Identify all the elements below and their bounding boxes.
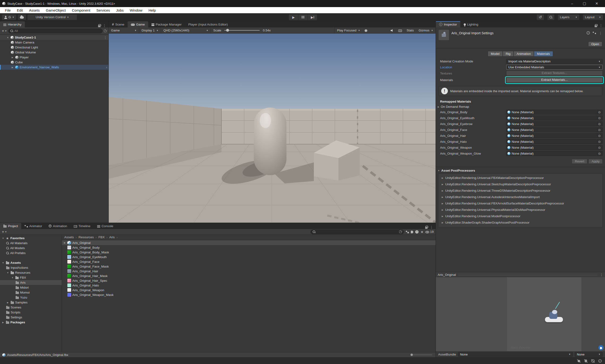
hierarchy-row[interactable]: Global Volume bbox=[0, 50, 108, 55]
breadcrumb-item[interactable]: FBX › bbox=[98, 235, 107, 239]
folder-row[interactable]: Scripts bbox=[0, 310, 62, 315]
object-picker-icon[interactable]: ⊙ bbox=[597, 128, 602, 132]
kebab-menu-icon[interactable]: ⋮ bbox=[430, 225, 433, 229]
menu-item[interactable]: Window bbox=[127, 7, 145, 13]
expand-arrow-icon[interactable]: ▼ bbox=[11, 276, 14, 279]
revert-button[interactable]: Revert bbox=[572, 159, 587, 164]
material-object-field[interactable]: None (Material) ⊙ bbox=[506, 151, 603, 156]
object-picker-icon[interactable]: ⊙ bbox=[597, 140, 602, 144]
search-by-type-icon[interactable] bbox=[406, 231, 409, 233]
material-creation-mode-dropdown[interactable]: Import via MaterialDescription ▼ bbox=[506, 59, 603, 64]
folder-row[interactable]: ▼ Assets bbox=[0, 260, 62, 265]
bottom-tab[interactable]: Timeline bbox=[70, 223, 94, 229]
asset-row[interactable]: Aris_Original_Face_Mask bbox=[62, 264, 436, 269]
tab-hierarchy[interactable]: Hierarchy bbox=[0, 21, 25, 27]
asset-row[interactable]: Aris_Original_Weapon bbox=[62, 288, 436, 292]
location-dropdown[interactable]: Use Embedded Materials ▼ bbox=[506, 65, 603, 70]
asset-row[interactable]: Aris_Original_Halo bbox=[62, 283, 436, 288]
bottom-tab[interactable]: Console bbox=[94, 223, 117, 229]
postprocessor-row[interactable]: ▶ UnityEditor.Rendering.Universal.Physic… bbox=[438, 207, 602, 213]
material-object-field[interactable]: None (Material) ⊙ bbox=[506, 139, 603, 144]
open-search-window-icon[interactable] bbox=[399, 231, 402, 233]
kebab-menu-icon[interactable]: ⋮ bbox=[103, 24, 106, 27]
pause-button[interactable] bbox=[298, 14, 308, 20]
favorites-filter-icon[interactable]: ★ bbox=[420, 230, 424, 234]
maximize-button[interactable]: ▢ bbox=[581, 1, 588, 6]
assetbundle-variant-dropdown[interactable]: None ▼ bbox=[575, 352, 603, 357]
mute-audio-button[interactable] bbox=[388, 27, 396, 33]
open-button[interactable]: Open bbox=[588, 42, 602, 47]
debugger-disabled-icon[interactable] bbox=[577, 359, 581, 363]
folder-row[interactable]: Midori bbox=[0, 285, 62, 290]
folder-row[interactable]: Scenes bbox=[0, 305, 62, 310]
asset-row[interactable]: Aris_Original_EyeMouth bbox=[62, 255, 436, 259]
inspector-tab[interactable]: Inspector bbox=[436, 21, 460, 27]
expand-arrow-icon[interactable]: ▶ bbox=[1, 321, 5, 324]
folder-row[interactable]: All Materials bbox=[0, 241, 62, 246]
expand-arrow-icon[interactable]: ▼ bbox=[1, 237, 5, 239]
mode-tab[interactable]: Animation bbox=[514, 51, 534, 56]
object-picker-icon[interactable]: ⊙ bbox=[597, 151, 602, 156]
on-demand-remap-foldout[interactable]: ▶ On Demand Remap bbox=[436, 104, 605, 109]
asset-postprocessors-foldout[interactable]: ▼ Asset PostProcessors bbox=[436, 167, 605, 173]
menu-item[interactable]: Component bbox=[69, 7, 93, 13]
scale-slider[interactable] bbox=[224, 30, 260, 31]
asset-labels-button[interactable] bbox=[598, 345, 604, 350]
postprocessor-row[interactable]: ▶ UnityEditor.Rendering.Universal.Sketch… bbox=[438, 181, 602, 187]
apply-button[interactable]: Apply bbox=[589, 159, 603, 164]
create-asset-button[interactable]: +▼ bbox=[2, 230, 7, 234]
breadcrumb-item[interactable]: Aris › bbox=[109, 235, 117, 239]
menu-item[interactable]: GameObject bbox=[43, 7, 69, 13]
viewport-tab[interactable]: Game bbox=[128, 21, 148, 27]
play-focused-dropdown[interactable]: Play Focused ▼ bbox=[335, 27, 362, 33]
postprocessor-row[interactable]: ▶ UnityEditor.Rendering.Universal.ThreeD… bbox=[438, 187, 602, 194]
postprocessor-row[interactable]: ▶ UnityEditor.Rendering.Universal.FBXMat… bbox=[438, 175, 602, 181]
folder-row[interactable]: InputActions bbox=[0, 265, 62, 270]
menu-item[interactable]: Edit bbox=[14, 7, 26, 13]
object-picker-icon[interactable]: ⊙ bbox=[597, 122, 602, 126]
vsync-button[interactable] bbox=[396, 27, 404, 33]
asset-row[interactable]: Aris_Original_Weapon_Mask bbox=[62, 292, 436, 297]
slider-knob[interactable] bbox=[411, 354, 413, 356]
drag-handle[interactable] bbox=[458, 274, 597, 276]
step-button[interactable]: ▶ bbox=[308, 14, 317, 20]
asset-row[interactable]: Aris_Original_Hair_Spec bbox=[62, 278, 436, 283]
menu-item[interactable]: Help bbox=[145, 7, 159, 13]
viewport-tab[interactable]: Player (Input Actions Editor) bbox=[185, 21, 231, 27]
hierarchy-row[interactable]: Main Camera bbox=[0, 40, 108, 45]
kebab-menu-icon[interactable]: ⋮ bbox=[104, 36, 107, 39]
debug-button[interactable] bbox=[362, 27, 369, 33]
folder-row[interactable]: Yuzu bbox=[0, 295, 62, 300]
lock-icon[interactable] bbox=[425, 227, 427, 229]
visible-count[interactable]: 19 bbox=[425, 230, 434, 234]
extract-materials-button[interactable]: Extract Materials... bbox=[506, 78, 603, 83]
folder-row[interactable]: ▶ Samples bbox=[0, 300, 62, 305]
kebab-menu-icon[interactable]: ⋮ bbox=[599, 24, 603, 27]
play-button[interactable]: ▶ bbox=[289, 14, 298, 20]
breadcrumb-item[interactable]: Assets › bbox=[64, 235, 77, 239]
version-control-dropdown[interactable]: Unity Version Control ▼ bbox=[27, 14, 77, 20]
asset-row[interactable]: ▶ Aris_Original bbox=[62, 240, 436, 245]
open-search-window-icon[interactable] bbox=[104, 29, 107, 32]
breadcrumb-item[interactable]: Resources › bbox=[78, 235, 96, 239]
cloud-button[interactable] bbox=[18, 14, 26, 20]
assetbundle-dropdown[interactable]: None ▼ bbox=[458, 352, 573, 357]
background-tasks-ok-icon[interactable]: ✓ bbox=[598, 359, 602, 363]
postprocessor-row[interactable]: ▶ UnityEditor.Rendering.Universal.FBXArn… bbox=[438, 200, 602, 207]
inspector-tab[interactable]: Lighting bbox=[460, 21, 482, 27]
postprocessor-row[interactable]: ▶ UnityEditor.Rendering.Universal.ModelP… bbox=[438, 213, 602, 219]
project-search-input[interactable] bbox=[310, 230, 404, 234]
menu-item[interactable]: Assets bbox=[26, 7, 43, 13]
object-picker-icon[interactable]: ⊙ bbox=[597, 133, 602, 138]
display-dropdown[interactable]: Display 1 ▼ bbox=[139, 27, 161, 33]
material-object-field[interactable]: None (Material) ⊙ bbox=[506, 127, 603, 132]
expand-arrow-icon[interactable]: ▶ bbox=[63, 242, 66, 244]
close-button[interactable]: ✕ bbox=[593, 1, 600, 6]
postprocessor-row[interactable]: ▶ UnityEditor.Rendering.Universal.Autode… bbox=[438, 194, 602, 200]
hidden-packages-icon[interactable]: ! bbox=[415, 230, 419, 234]
folder-row[interactable]: Momoi bbox=[0, 290, 62, 295]
hierarchy-row[interactable]: ▶ Environment_Narrow_Walls › bbox=[0, 65, 108, 70]
folder-row[interactable]: Settings bbox=[0, 315, 62, 320]
preview-header[interactable]: Aris_Original ⋮ bbox=[436, 272, 605, 277]
mode-tab[interactable]: Model bbox=[488, 51, 503, 56]
